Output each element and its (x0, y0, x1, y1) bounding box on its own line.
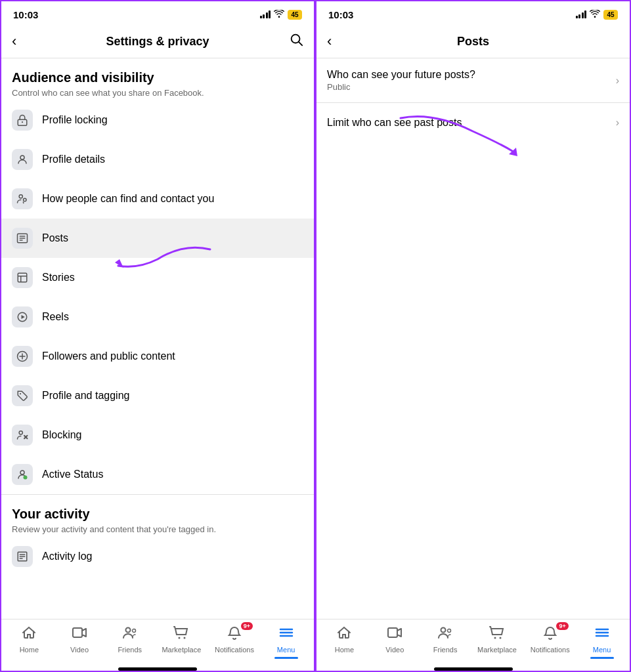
right-tab-notifications-label: Notifications (531, 646, 570, 654)
svg-point-29 (132, 629, 135, 633)
posts-item-past-left: Limit who can see past posts (327, 117, 611, 129)
right-home-icon (336, 625, 352, 643)
activity-log-icon (12, 546, 33, 567)
right-marketplace-icon (489, 625, 505, 643)
tab-home[interactable]: Home (11, 625, 47, 654)
posts-item-future-left: Who can see your future posts? Public (327, 69, 611, 92)
search-button[interactable] (282, 32, 303, 51)
posts-icon (12, 228, 33, 249)
tab-menu[interactable]: Menu (268, 625, 305, 654)
tab-marketplace[interactable]: Marketplace (162, 625, 201, 654)
svg-point-4 (20, 156, 24, 159)
right-content-scroll[interactable]: Who can see your future posts? Public › … (316, 58, 630, 619)
svg-rect-27 (73, 628, 82, 637)
menu-item-tagging[interactable]: Profile and tagging (1, 376, 314, 415)
tab-notifications[interactable]: 9+ Notifications (215, 625, 254, 654)
svg-point-37 (441, 628, 446, 633)
svg-point-22 (24, 476, 28, 480)
menu-label-profile-details: Profile details (42, 154, 105, 165)
right-tab-home[interactable]: Home (326, 625, 362, 654)
content-scroll[interactable]: Audience and visibility Control who can … (1, 58, 314, 619)
status-icons: 45 (260, 10, 303, 20)
svg-point-5 (19, 195, 22, 198)
right-notifications-icon (542, 625, 558, 643)
right-back-button[interactable]: ‹ (327, 33, 348, 50)
right-tab-friends[interactable]: Friends (427, 625, 464, 654)
svg-point-21 (20, 471, 24, 474)
menu-item-posts[interactable]: Posts (1, 219, 314, 258)
status-time: 10:03 (13, 9, 38, 20)
right-tab-video[interactable]: Video (376, 625, 413, 654)
section1-header: Audience and visibility Control who can … (1, 58, 314, 100)
home-icon (21, 625, 37, 643)
right-tab-active-indicator (590, 657, 614, 659)
right-page-title: Posts (348, 35, 598, 49)
right-wifi-icon (590, 10, 600, 20)
signal-icon (260, 10, 271, 18)
tagging-icon (12, 385, 33, 406)
right-home-bar (434, 667, 513, 671)
svg-point-28 (125, 628, 130, 633)
chevron-right-past-icon: › (616, 117, 619, 129)
svg-rect-11 (18, 273, 27, 282)
wifi-icon (274, 10, 284, 20)
stories-icon (12, 267, 33, 288)
section2-title: Your activity (12, 507, 303, 522)
svg-line-1 (299, 42, 302, 45)
svg-point-39 (494, 637, 496, 639)
right-tab-home-label: Home (335, 646, 354, 654)
menu-item-followers[interactable]: Followers and public content (1, 337, 314, 376)
right-nav-bar: ‹ Posts (316, 25, 630, 58)
right-tab-marketplace[interactable]: Marketplace (477, 625, 517, 654)
svg-marker-13 (22, 315, 25, 319)
menu-item-active-status[interactable]: Active Status (1, 455, 314, 494)
menu-label-followers: Followers and public content (42, 350, 175, 362)
right-notifications-badge: 9+ (556, 622, 568, 630)
posts-past-title: Limit who can see past posts (327, 117, 611, 129)
menu-item-blocking[interactable]: Blocking (1, 415, 314, 455)
section1-subtitle: Control who can see what you share on Fa… (12, 88, 303, 98)
tab-video[interactable]: Video (61, 625, 98, 654)
video-icon (72, 625, 87, 643)
right-battery-indicator: 45 (603, 10, 618, 20)
tab-notifications-label: Notifications (215, 646, 254, 654)
find-contact-icon (12, 188, 33, 209)
right-friends-icon (437, 625, 453, 643)
right-video-icon (387, 625, 403, 643)
svg-point-30 (179, 637, 181, 639)
right-signal-icon (576, 10, 587, 18)
back-button[interactable]: ‹ (12, 33, 33, 50)
friends-icon (122, 625, 138, 643)
followers-icon (12, 346, 33, 367)
menu-label-profile-locking: Profile locking (42, 114, 108, 126)
right-status-time: 10:03 (328, 9, 353, 20)
menu-label-reels: Reels (42, 311, 69, 323)
svg-point-3 (22, 121, 23, 123)
menu-item-stories[interactable]: Stories (1, 258, 314, 297)
posts-item-past[interactable]: Limit who can see past posts › (316, 103, 630, 142)
svg-point-17 (20, 393, 21, 394)
menu-item-find-contact[interactable]: How people can find and contact you (1, 179, 314, 219)
menu-icon (278, 625, 294, 643)
tab-marketplace-label: Marketplace (162, 646, 201, 654)
right-tab-menu[interactable]: Menu (584, 625, 620, 654)
menu-label-stories: Stories (42, 272, 75, 284)
tab-bar: Home Video (1, 619, 314, 666)
menu-item-activity-log[interactable]: Activity log (1, 537, 314, 576)
home-bar (118, 667, 197, 671)
page-title: Settings & privacy (33, 35, 282, 49)
right-tab-notifications[interactable]: 9+ Notifications (531, 625, 570, 654)
tab-friends[interactable]: Friends (112, 625, 148, 654)
tab-home-label: Home (20, 646, 39, 654)
posts-item-future[interactable]: Who can see your future posts? Public › (316, 58, 630, 102)
menu-item-profile-details[interactable]: Profile details (1, 140, 314, 179)
chevron-right-icon: › (616, 75, 619, 87)
tab-friends-label: Friends (118, 646, 142, 654)
right-tab-bar: Home Video (316, 619, 630, 666)
menu-item-profile-locking[interactable]: Profile locking (1, 100, 314, 140)
svg-point-40 (499, 637, 501, 639)
menu-item-reels[interactable]: Reels (1, 297, 314, 337)
tab-active-indicator (274, 657, 298, 659)
right-tab-menu-label: Menu (593, 646, 611, 654)
right-tab-friends-label: Friends (433, 646, 458, 654)
